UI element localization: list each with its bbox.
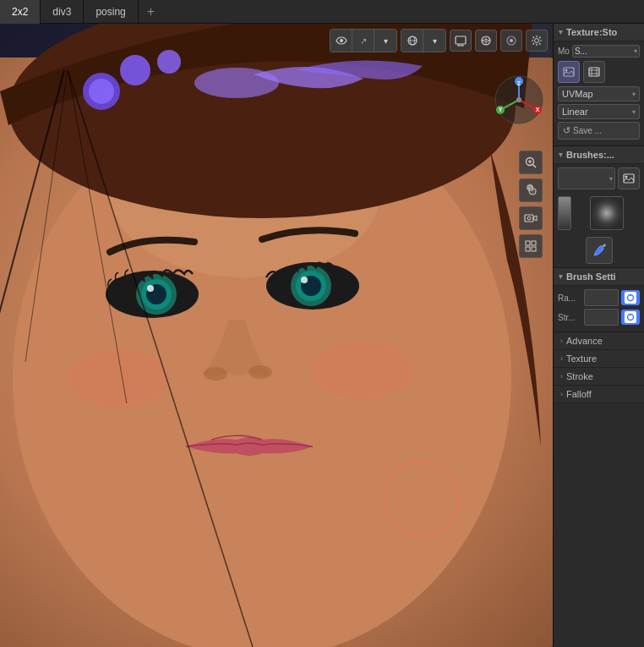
tab-add-button[interactable]: + [139, 0, 163, 24]
screen-icon-btn[interactable] [450, 30, 472, 52]
svg-text:Z: Z [517, 80, 521, 86]
grid-tool[interactable] [519, 234, 543, 258]
tab-div3[interactable]: div3 [41, 0, 84, 24]
svg-point-17 [301, 277, 308, 283]
brushes-section: ▾ Brushes:... ▾ [554, 146, 644, 268]
falloff-chevron: › [560, 390, 563, 398]
texture-collapse[interactable]: › Texture [554, 350, 644, 368]
brush-image-btn[interactable] [618, 167, 640, 189]
svg-rect-52 [525, 215, 533, 222]
globe1-icon-btn[interactable] [475, 30, 497, 52]
chevron2-btn[interactable]: ▾ [423, 30, 445, 52]
svg-point-6 [157, 50, 181, 74]
brushes-title: Brushes:... [566, 150, 614, 160]
falloff-label: Falloff [566, 389, 592, 399]
brushes-section-header[interactable]: ▾ Brushes:... [554, 146, 644, 164]
strength-toggle[interactable] [621, 310, 640, 325]
save-label: Save ... [573, 126, 602, 135]
mode-dropdown[interactable]: S... ▾ [572, 45, 640, 58]
eye-icon-btn[interactable] [330, 30, 352, 52]
svg-point-35 [510, 39, 513, 42]
brushes-chevron: ▾ [559, 151, 563, 159]
strength-label: Str... [558, 313, 581, 322]
gizmo: Z Y X [494, 74, 544, 125]
svg-point-5 [120, 55, 150, 85]
zoom-tool[interactable] [519, 151, 543, 174]
main-content: ↗ ▾ ▾ [0, 24, 644, 647]
svg-point-19 [248, 365, 272, 379]
tab-bar: 2x2 div3 posing + [0, 0, 644, 24]
svg-point-36 [535, 39, 539, 43]
svg-rect-55 [532, 241, 536, 245]
svg-point-18 [204, 367, 227, 381]
linear-dropdown[interactable]: Linear ▾ [558, 104, 640, 119]
settings-icon-btn[interactable] [526, 30, 548, 52]
viewport-toolbar: ↗ ▾ ▾ [330, 29, 548, 52]
radius-toggle[interactable] [621, 290, 640, 305]
radius-label: Ra... [558, 293, 581, 303]
tab-posing[interactable]: posing [84, 0, 138, 24]
strength-row: Str... [558, 309, 640, 326]
svg-point-53 [527, 217, 531, 220]
texture-section-content: Mo S... ▾ [554, 41, 644, 145]
brush-color-swatch [558, 196, 571, 230]
texture-collapse-label: Texture [566, 354, 597, 364]
brush-type-btn[interactable] [586, 237, 613, 264]
mode-label: Mo [558, 47, 570, 56]
image-icon-btn[interactable] [558, 61, 580, 83]
radius-input[interactable] [584, 289, 619, 306]
save-button[interactable]: ↺ Save ... [558, 122, 640, 140]
svg-text:Y: Y [499, 107, 503, 112]
globe2-icon-btn[interactable] [500, 30, 522, 52]
svg-line-49 [533, 165, 537, 168]
svg-rect-28 [456, 36, 466, 44]
svg-point-59 [565, 69, 568, 72]
svg-rect-57 [532, 247, 536, 251]
brush-preview [590, 196, 624, 230]
texture-section: ▾ Texture:Sto Mo S... ▾ [554, 24, 644, 146]
strength-input[interactable] [584, 309, 619, 326]
svg-point-4 [89, 79, 114, 104]
camera-tool[interactable] [519, 206, 543, 230]
viewport-tools [519, 151, 543, 258]
svg-point-24 [340, 39, 343, 42]
view-mode-group: ↗ ▾ [330, 29, 397, 52]
falloff-collapse[interactable]: › Falloff [554, 386, 644, 403]
brushes-section-content: ▾ [554, 164, 644, 267]
save-icon: ↺ [563, 125, 570, 136]
texture-icon-row [558, 61, 640, 83]
viewport[interactable]: ↗ ▾ ▾ [0, 24, 553, 647]
sphere-mode-group: ▾ [401, 29, 446, 52]
texture-section-header[interactable]: ▾ Texture:Sto [554, 24, 644, 41]
brush-settings-content: Ra... Str... [554, 286, 644, 332]
sphere-icon-btn[interactable] [401, 30, 423, 52]
uvmap-dropdown[interactable]: UVMap ▾ [558, 86, 640, 101]
chevron1-btn[interactable]: ▾ [374, 30, 396, 52]
movie-icon-btn[interactable] [583, 61, 605, 83]
arrow-icon-btn[interactable]: ↗ [352, 30, 374, 52]
brush-settings-chevron: ▾ [559, 272, 563, 281]
svg-point-66 [625, 176, 628, 178]
advance-chevron: › [560, 337, 563, 345]
brush-settings-title: Brush Setti [566, 271, 616, 282]
svg-point-20 [68, 349, 169, 408]
svg-point-21 [313, 341, 414, 400]
advance-collapse[interactable]: › Advance [554, 332, 644, 350]
right-panel: ▾ Texture:Sto Mo S... ▾ [553, 24, 644, 647]
svg-text:X: X [536, 107, 540, 112]
stroke-chevron: › [560, 372, 563, 381]
face-svg [0, 24, 549, 647]
stroke-collapse[interactable]: › Stroke [554, 368, 644, 386]
brush-preview-row [558, 193, 640, 233]
svg-rect-54 [526, 241, 530, 245]
hand-tool[interactable] [519, 178, 543, 202]
brush-dropdown[interactable]: ▾ [558, 167, 615, 189]
svg-rect-56 [526, 247, 530, 251]
texture-chevron: ▾ [559, 28, 563, 36]
svg-point-67 [594, 200, 619, 226]
texture-mode-row: Mo S... ▾ [558, 45, 640, 58]
brush-settings-header[interactable]: ▾ Brush Setti [554, 268, 644, 286]
tab-2x2[interactable]: 2x2 [0, 0, 41, 24]
stroke-label: Stroke [566, 371, 593, 381]
texture-title: Texture:Sto [566, 27, 617, 37]
